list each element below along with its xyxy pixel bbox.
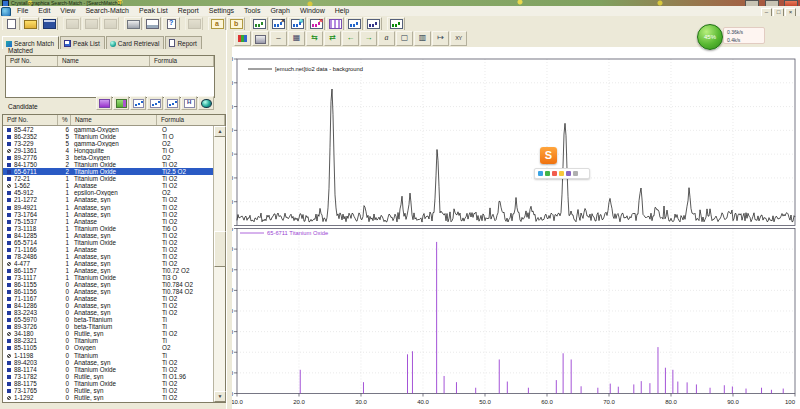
open-file-button[interactable]	[21, 17, 39, 31]
column-header-%[interactable]: %	[58, 115, 71, 125]
candidate-row[interactable]: 89-37260beta-TitaniumTi	[3, 323, 214, 330]
column-header-formula[interactable]: Formula	[157, 115, 225, 125]
search-run-button[interactable]	[387, 17, 405, 31]
candidate-row[interactable]: 75-15371AnataseTi O2	[3, 218, 214, 225]
candidate-row[interactable]: 1-11980TitaniumTi	[3, 352, 214, 359]
candidate-row[interactable]: 89-49211Anatase, synTi O2	[3, 204, 214, 211]
menu-item-window[interactable]: Window	[295, 6, 330, 16]
share-icon-3[interactable]	[559, 171, 564, 176]
matched-table[interactable]: Pdf No.NameFormula	[5, 55, 215, 98]
candidate-row[interactable]: 78-24861Anatase, synTi O2	[3, 253, 214, 260]
print-preview-button[interactable]	[143, 17, 161, 31]
card-sphere-button[interactable]	[198, 96, 214, 110]
help-button[interactable]	[162, 17, 180, 31]
chart-bars-2-button[interactable]	[364, 17, 382, 31]
candidate-row[interactable]: 21-12721Anatase, synTi O2	[3, 196, 214, 203]
pan-right-fast-button[interactable]: ⇄	[324, 31, 341, 46]
candidate-row[interactable]: 73-2295gamma-OxygenO2	[3, 140, 214, 147]
print-chart-button[interactable]	[252, 31, 269, 46]
print-button[interactable]	[124, 17, 142, 31]
candidate-row[interactable]: 1-5621AnataseTi O2	[3, 182, 214, 189]
candidate-row[interactable]: 34-1800Rutile, synTi O2	[3, 330, 214, 337]
scrollbar-thumb[interactable]	[214, 231, 226, 267]
share-icon-0[interactable]	[538, 171, 543, 176]
reference-pattern-chart[interactable]: 010020030040050060070080010.020.030.040.…	[232, 228, 800, 409]
candidate-row[interactable]: 72-211Titanium OxideTi O2	[3, 175, 214, 182]
share-icon-5[interactable]	[573, 171, 578, 176]
tab-report[interactable]: Report	[165, 36, 202, 49]
pattern-a-button[interactable]	[208, 17, 226, 31]
column-header-name[interactable]: Name	[58, 56, 150, 66]
candidate-row[interactable]: 71-11670AnataseTi O2	[3, 295, 214, 302]
scroll-down-icon[interactable]: ▼	[214, 391, 226, 402]
column-header-pdfno[interactable]: Pdf No.	[6, 56, 58, 66]
xy-cursor-button[interactable]: XY	[450, 31, 467, 46]
candidate-row[interactable]: 65-57141Titanium OxideTi O2	[3, 239, 214, 246]
candidate-row[interactable]: 4-4771Anatase, synTi O2	[3, 260, 214, 267]
tab-peak-list[interactable]: Peak List	[60, 36, 105, 49]
stack-view-button[interactable]: ▥	[414, 31, 431, 46]
candidate-row[interactable]: 29-13614HongquiiteTi O	[3, 147, 214, 154]
candidate-row[interactable]: 73-17820Rutile, synTi O1.96	[3, 373, 214, 380]
annotate-button[interactable]: a	[378, 31, 395, 46]
candidate-row[interactable]: 84-17502Titanium OxideTi O2	[3, 161, 214, 168]
candidate-row[interactable]: 71-11661AnataseTi O2	[3, 246, 214, 253]
screenshot-watermark-icon[interactable]: S	[540, 147, 557, 164]
candidate-row[interactable]: 88-23210TitaniumTi	[3, 337, 214, 344]
candidate-row[interactable]: 65-59700beta-TitaniumTi	[3, 316, 214, 323]
new-file-button[interactable]	[2, 17, 20, 31]
menu-item-search-match[interactable]: Search-Match	[80, 6, 134, 16]
pan-left-fast-button[interactable]: ⇆	[306, 31, 323, 46]
sort-history-button[interactable]	[181, 96, 197, 110]
pattern-b-button[interactable]	[227, 17, 245, 31]
candidate-row[interactable]: 83-22430Anatase, synTi O2	[3, 309, 214, 316]
candidate-row[interactable]: 89-27763beta-OxygenO2	[3, 154, 214, 161]
scroll-up-icon[interactable]: ▲	[214, 126, 226, 137]
sort-name-button[interactable]	[164, 96, 180, 110]
axis-range-button[interactable]: ↦	[432, 31, 449, 46]
candidate-row[interactable]: 1-12920Rutile, synTi O2	[3, 394, 214, 401]
chart-overlay-button[interactable]	[250, 17, 268, 31]
menu-item-tools[interactable]: Tools	[239, 6, 265, 16]
menu-item-settings[interactable]: Settings	[204, 6, 239, 16]
chart-bars-1-button[interactable]	[345, 17, 363, 31]
xrd-pattern-chart[interactable]: 50100150200250300350[emuch.net]tio2 data…	[232, 46, 800, 228]
candidate-row[interactable]: 89-42030Anatase, synTi O2	[3, 359, 214, 366]
candidate-row[interactable]: 84-12851Anatase, synTi O2	[3, 232, 214, 239]
menu-item-report[interactable]: Report	[173, 6, 204, 16]
column-header-name[interactable]: Name	[71, 115, 157, 125]
candidate-row[interactable]: 73-11181Titanium OxideTi6 O	[3, 225, 214, 232]
menu-item-graph[interactable]: Graph	[265, 6, 294, 16]
pan-left-button[interactable]: ←	[342, 31, 359, 46]
column-header-formula[interactable]: Formula	[150, 56, 214, 66]
menu-item-edit[interactable]: Edit	[33, 6, 55, 16]
zoom-extents-button[interactable]: ▢	[396, 31, 413, 46]
candidate-row[interactable]: 86-23525Titanium OxideTi O	[3, 133, 214, 140]
candidate-row[interactable]: 73-11171Titanium OxideTi3 O	[3, 274, 214, 281]
candidate-row[interactable]: 45-9121epsilon-OxygenO2	[3, 189, 214, 196]
candidate-row[interactable]: 86-11571Anatase, synTi0.72 O2	[3, 267, 214, 274]
tab-card-retrieval[interactable]: Card Retrieval	[106, 36, 165, 49]
sort-match-button[interactable]	[130, 96, 146, 110]
overlay-main-pattern-button[interactable]	[96, 96, 112, 110]
share-icon-4[interactable]	[566, 171, 571, 176]
candidate-row[interactable]: 84-12860Anatase, synTi O2	[3, 302, 214, 309]
candidate-row[interactable]: 88-11740Titanium OxideTi O2	[3, 366, 214, 373]
system-monitor-ball[interactable]: 45%	[697, 24, 723, 50]
share-icon-2[interactable]	[552, 171, 557, 176]
chart-delete-button[interactable]	[307, 17, 325, 31]
card-table-button[interactable]	[326, 17, 344, 31]
collapse-button[interactable]: –	[270, 31, 287, 46]
share-icon-1[interactable]	[545, 171, 550, 176]
pan-right-button[interactable]: →	[360, 31, 377, 46]
chart-clear-button[interactable]	[269, 17, 287, 31]
overlay-candidate-button[interactable]	[113, 96, 129, 110]
menu-item-peak-list[interactable]: Peak List	[134, 6, 173, 16]
candidate-row[interactable]: 86-11550Anatase, synTi0.784 O2	[3, 281, 214, 288]
column-header-pdfno[interactable]: Pdf No.	[3, 115, 58, 125]
trace-color-button[interactable]	[234, 31, 251, 46]
candidate-row[interactable]: 86-11560Anatase, synTi0.784 O2	[3, 288, 214, 295]
menu-item-help[interactable]: Help	[330, 6, 354, 16]
menu-item-file[interactable]: File	[12, 6, 33, 16]
candidate-row[interactable]: 73-17650Rutile, synTi O2	[3, 387, 214, 394]
